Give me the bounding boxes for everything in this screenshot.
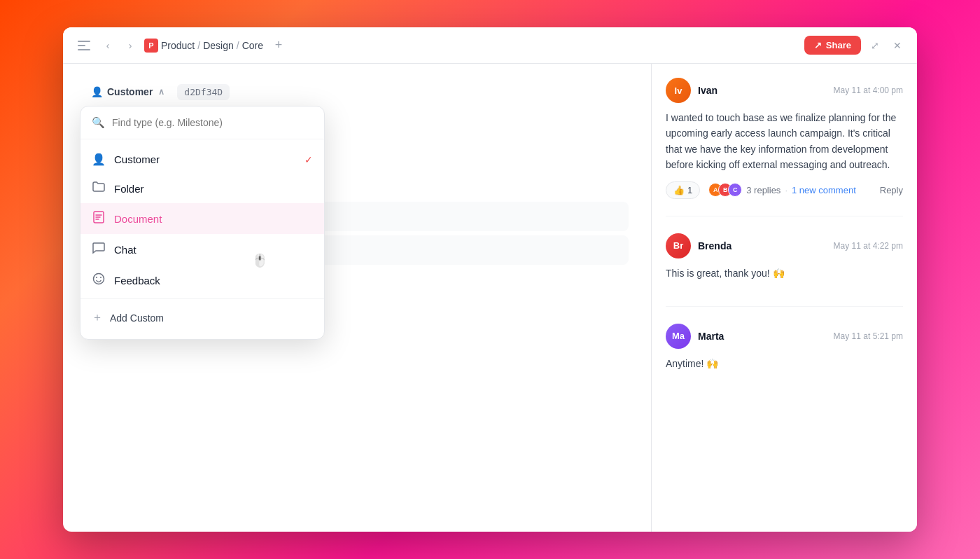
document-item-icon — [92, 211, 106, 226]
comment-ivan-time: May 11 at 4:00 pm — [834, 85, 903, 95]
comment-brenda: Br Brenda May 11 at 4:22 pm This is grea… — [666, 233, 903, 307]
add-tab-button[interactable]: + — [269, 36, 288, 55]
customer-item-label: Customer — [114, 153, 160, 165]
replies-info: A B C 3 replies · 1 new comment — [708, 183, 856, 197]
sidebar-toggle-button[interactable] — [74, 36, 94, 55]
feedback-item-label: Feedback — [114, 275, 160, 287]
titlebar-left: ‹ › P Product / Design / Core + — [74, 36, 799, 55]
share-button[interactable]: ↗ Share — [804, 36, 861, 55]
dropdown-list: 👤 Customer ✓ Folder — [80, 139, 324, 339]
reply-avatar-3: C — [728, 183, 742, 197]
breadcrumb-sep1: / — [197, 40, 200, 51]
folder-item-label: Folder — [114, 183, 144, 195]
thumbsup-icon: 👍 — [673, 185, 685, 195]
content-area: 👤 Customer ∧ d2Df34D Early Access Launch… — [63, 64, 651, 532]
avatar-marta: Ma — [666, 324, 691, 349]
reply-button-ivan[interactable]: Reply — [880, 185, 903, 195]
svg-rect-1 — [78, 45, 85, 46]
dropdown-item-feedback[interactable]: Feedback — [80, 265, 324, 296]
dropdown-search-input[interactable] — [112, 117, 313, 128]
titlebar: ‹ › P Product / Design / Core + ↗ Share … — [63, 27, 917, 64]
comment-marta-header: Ma Marta May 11 at 5:21 pm — [666, 324, 903, 349]
comments-panel: Iv Ivan May 11 at 4:00 pm I wanted to to… — [651, 64, 917, 532]
nav-forward-button[interactable]: › — [122, 37, 139, 54]
app-icon: P — [144, 39, 158, 53]
comment-ivan: Iv Ivan May 11 at 4:00 pm I wanted to to… — [666, 78, 903, 216]
share-icon: ↗ — [814, 40, 822, 50]
comment-ivan-author: Ivan — [698, 85, 827, 96]
dropdown-add-custom[interactable]: ＋ Add Custom — [80, 302, 324, 333]
app-window: ‹ › P Product / Design / Core + ↗ Share … — [63, 27, 917, 532]
document-item-label: Document — [114, 213, 162, 225]
chevron-down-icon: ∧ — [158, 87, 164, 97]
comment-brenda-author: Brenda — [698, 240, 827, 251]
add-custom-label: Add Custom — [110, 312, 164, 324]
main-area: 👤 Customer ∧ d2Df34D Early Access Launch… — [63, 64, 917, 532]
comment-brenda-meta: Brenda — [698, 240, 827, 251]
feedback-item-icon — [92, 272, 106, 288]
close-button[interactable]: ✕ — [889, 37, 906, 54]
customer-icon: 👤 — [91, 86, 103, 97]
dropdown-item-customer[interactable]: 👤 Customer ✓ — [80, 145, 324, 174]
type-badge-button[interactable]: 👤 Customer ∧ — [85, 83, 170, 100]
svg-rect-0 — [78, 41, 90, 42]
dropdown-item-folder[interactable]: Folder — [80, 174, 324, 203]
type-row: 👤 Customer ∧ d2Df34D — [85, 83, 629, 100]
comment-marta-author: Marta — [698, 331, 827, 342]
add-custom-icon: ＋ — [92, 310, 103, 325]
nav-back-button[interactable]: ‹ — [99, 37, 116, 54]
dropdown-item-chat[interactable]: Chat — [80, 234, 324, 265]
comment-ivan-actions: 👍 1 A B C 3 replies · 1 new comment Repl — [666, 181, 903, 199]
reply-avatars: A B C — [708, 183, 742, 197]
comment-ivan-header: Iv Ivan May 11 at 4:00 pm — [666, 78, 903, 103]
comment-brenda-time: May 11 at 4:22 pm — [834, 241, 903, 251]
comment-brenda-text: This is great, thank you! 🙌 — [666, 265, 903, 281]
comment-brenda-header: Br Brenda May 11 at 4:22 pm — [666, 233, 903, 258]
id-badge: d2Df34D — [177, 84, 230, 100]
comment-ivan-meta: Ivan — [698, 85, 827, 96]
comment-marta: Ma Marta May 11 at 5:21 pm Anytime! 🙌 — [666, 324, 903, 396]
comment-marta-time: May 11 at 5:21 pm — [834, 331, 903, 341]
reaction-count: 1 — [687, 185, 692, 195]
chat-item-label: Chat — [114, 244, 136, 256]
comment-marta-text: Anytime! 🙌 — [666, 356, 903, 371]
search-icon: 🔍 — [92, 116, 105, 129]
dropdown-item-document[interactable]: Document — [80, 203, 324, 234]
folder-item-icon — [92, 181, 106, 195]
customer-check-icon: ✓ — [304, 154, 313, 165]
comment-ivan-text: I wanted to touch base as we finalize pl… — [666, 110, 903, 173]
comment-marta-meta: Marta — [698, 331, 827, 342]
chat-item-icon — [92, 242, 106, 257]
reaction-thumbsup-button[interactable]: 👍 1 — [666, 181, 700, 199]
breadcrumb: P Product / Design / Core — [144, 39, 263, 53]
new-comment-link[interactable]: 1 new comment — [792, 185, 856, 195]
titlebar-right: ↗ Share ⤢ ✕ — [804, 36, 906, 55]
dot-separator: · — [785, 185, 788, 195]
customer-item-icon: 👤 — [92, 153, 106, 166]
expand-button[interactable]: ⤢ — [867, 37, 883, 54]
avatar-ivan: Iv — [666, 78, 691, 103]
breadcrumb-product[interactable]: Product — [161, 40, 195, 51]
share-label: Share — [826, 40, 851, 50]
breadcrumb-design[interactable]: Design — [203, 40, 234, 51]
breadcrumb-sep2: / — [237, 40, 239, 51]
breadcrumb-core[interactable]: Core — [242, 40, 263, 51]
dropdown-search-row: 🔍 — [80, 106, 324, 139]
avatar-brenda: Br — [666, 233, 691, 258]
type-label: Customer — [107, 86, 153, 97]
dropdown-divider — [80, 298, 324, 299]
type-dropdown: 🔍 👤 Customer ✓ — [80, 106, 325, 340]
svg-rect-2 — [78, 49, 90, 50]
replies-count[interactable]: 3 replies — [746, 185, 780, 195]
